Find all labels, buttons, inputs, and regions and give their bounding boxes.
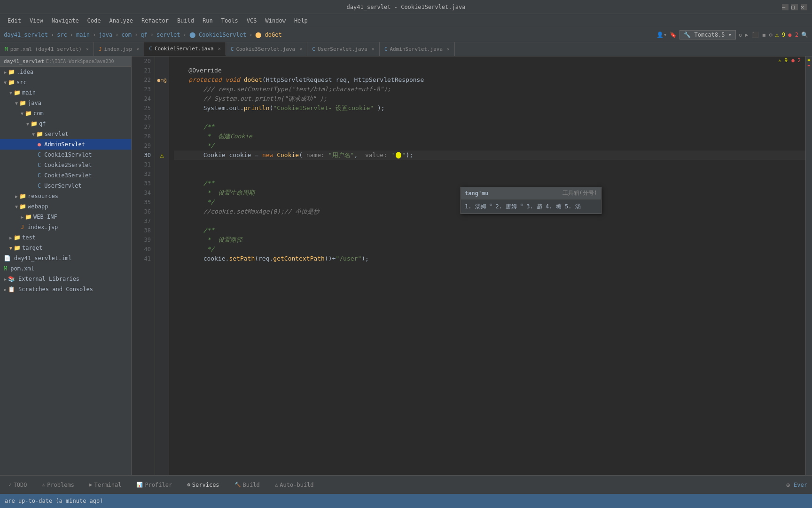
tab-index-jsp[interactable]: J index.jsp ×	[94, 42, 144, 56]
bottom-tab-autobuild[interactable]: △ Auto-build	[271, 480, 318, 490]
close-tab-pom[interactable]: ×	[86, 47, 89, 52]
tree-target[interactable]: ▼ 📁 target	[0, 243, 131, 253]
terminal-label: Terminal	[94, 482, 122, 488]
tab-adminservlet[interactable]: C AdminServlet.java ×	[380, 42, 455, 56]
autocomplete-suggestion-1[interactable]: 1. 汤姆	[465, 203, 486, 210]
expand-icon[interactable]: ⊕	[786, 481, 790, 489]
menu-analyze[interactable]: Analyze	[106, 16, 137, 26]
menu-view[interactable]: View	[26, 16, 47, 26]
nav-java[interactable]: java	[99, 32, 112, 38]
close-tab-index[interactable]: ×	[136, 47, 139, 52]
tree-webapp[interactable]: ▼ 📁 webapp	[0, 201, 131, 212]
warning-marker: ⚠	[155, 151, 169, 160]
editor-container[interactable]: 20 21 22 23 24 25 26 27 28 29 30 31 32 3…	[132, 56, 812, 475]
tree-scratches[interactable]: ▶ 📋 Scratches and Consoles	[0, 284, 131, 294]
nav-method[interactable]: ⬤ doGet	[255, 32, 281, 38]
project-path: E:\IDEA-WorkSpaceJava230	[46, 59, 114, 64]
tab-cookie1servlet[interactable]: C Cookie1Servlet.java ×	[144, 42, 226, 56]
tree-adminservlet[interactable]: ● AdminServlet	[0, 139, 131, 150]
bottom-tab-terminal[interactable]: ▶ Terminal	[86, 480, 125, 490]
menu-vcs[interactable]: VCS	[243, 16, 261, 26]
menu-navigate[interactable]: Navigate	[48, 16, 83, 26]
superscript-2: ⊙	[521, 202, 523, 207]
reload-icon[interactable]: ↻	[739, 32, 742, 38]
user-icon[interactable]: 👤▾	[656, 32, 667, 38]
bottom-tab-services[interactable]: ⚙ Services	[183, 480, 223, 490]
profiler-label: Profiler	[145, 482, 172, 488]
bottom-tab-profiler[interactable]: 📊 Profiler	[133, 480, 176, 490]
close-tab-admin[interactable]: ×	[447, 47, 450, 52]
tab-userservlet[interactable]: C UserServlet.java ×	[307, 42, 380, 56]
code-line-37	[174, 216, 807, 226]
menu-run[interactable]: Run	[199, 16, 217, 26]
build-icon: 🔨	[234, 482, 241, 488]
tree-cookie2servlet[interactable]: C Cookie2Servlet	[0, 160, 131, 170]
tree-day41-iml[interactable]: 📄 day41_servlet.iml	[0, 253, 131, 263]
tree-qf[interactable]: ▼ 📁 qf	[0, 119, 131, 129]
problems-icon: ⚠	[42, 482, 46, 488]
code-line-30: Cookie cookie = new Cookie( name: "用户名",…	[174, 151, 807, 160]
tab-cookie3servlet[interactable]: C Cookie3Servlet.java ×	[226, 42, 308, 56]
code-line-41: cookie.setPath(req.getContextPath()+"/us…	[174, 254, 807, 263]
sidebar: day41_servlet E:\IDEA-WorkSpaceJava230 ▶…	[0, 56, 132, 475]
tab-pom-xml[interactable]: M pom.xml (day41_servlet) ×	[0, 42, 94, 56]
nav-src[interactable]: src	[57, 32, 67, 38]
menu-tools[interactable]: Tools	[218, 16, 242, 26]
debug-icons[interactable]: ▶ ⬛ ◼ ⚙	[745, 32, 772, 38]
menu-edit[interactable]: Edit	[4, 16, 25, 26]
tree-userservlet[interactable]: C UserServlet	[0, 181, 131, 191]
code-line-40: */	[174, 245, 807, 254]
nav-qf[interactable]: qf	[141, 32, 147, 38]
bookmark-marker: ●↑@	[155, 75, 169, 85]
pom-icon: M	[5, 46, 8, 52]
tree-external-libs[interactable]: ▶ 📚 External Libraries	[0, 274, 131, 284]
code-line-38: /**	[174, 226, 807, 235]
tree-com[interactable]: ▼ 📁 com	[0, 108, 131, 119]
autocomplete-popup[interactable]: tang'mu 工具箱(分号) 1. 汤姆 ⊙ 2. 唐姆 ⊙ 3. 趙 4. …	[461, 187, 601, 214]
tree-idea[interactable]: ▶ 📁 .idea	[0, 67, 131, 77]
nav-com[interactable]: com	[121, 32, 132, 38]
tree-resources[interactable]: ▶ 📁 resources	[0, 191, 131, 201]
tree-test[interactable]: ▶ 📁 test	[0, 232, 131, 243]
gutter: ●↑@ ⚠	[155, 56, 169, 475]
autocomplete-suggestion-4[interactable]: 4. 糖	[546, 203, 562, 210]
autocomplete-suggestion-5[interactable]: 5. 汤	[565, 203, 581, 210]
java-icon2: C	[231, 46, 234, 52]
menu-build[interactable]: Build	[173, 16, 198, 26]
tree-cookie3servlet[interactable]: C Cookie3Servlet	[0, 170, 131, 181]
editor-warning-count: ⚠ 9	[778, 57, 788, 64]
minimize-button[interactable]: —	[782, 4, 789, 10]
nav-main[interactable]: main	[76, 32, 90, 38]
nav-project[interactable]: day41_servlet	[4, 32, 48, 38]
bottom-tab-build[interactable]: 🔨 Build	[231, 480, 264, 490]
bottom-tab-problems[interactable]: ⚠ Problems	[39, 480, 78, 490]
maximize-button[interactable]: □	[791, 4, 798, 10]
nav-class[interactable]: ⬤ Cookie1Servlet	[189, 32, 246, 38]
tree-cookie1servlet[interactable]: C Cookie1Servlet	[0, 150, 131, 160]
tree-servlet-folder[interactable]: ▼ 📁 servlet	[0, 129, 131, 139]
menu-window[interactable]: Window	[262, 16, 289, 26]
tree-java[interactable]: ▼ 📁 java	[0, 98, 131, 108]
menu-code[interactable]: Code	[84, 16, 105, 26]
code-area[interactable]: @Override protected void doGet(HttpServl…	[169, 56, 812, 475]
menu-help[interactable]: Help	[290, 16, 312, 26]
tree-src[interactable]: ▼ 📁 src	[0, 77, 131, 87]
close-button[interactable]: ✕	[801, 4, 807, 10]
tree-main[interactable]: ▼ 📁 main	[0, 87, 131, 98]
window-controls[interactable]: — □ ✕	[782, 4, 807, 10]
menu-refactor[interactable]: Refactor	[138, 16, 172, 26]
close-tab-cookie3[interactable]: ×	[299, 47, 302, 52]
bookmark-icon[interactable]: 🔖	[670, 32, 677, 38]
close-tab-user[interactable]: ×	[372, 47, 375, 52]
bottom-tab-todo[interactable]: ✓ TODO	[5, 480, 31, 490]
search-icon[interactable]: 🔍	[801, 32, 808, 38]
server-selector[interactable]: 🔧 Tomcat8.5 ▾	[679, 30, 736, 40]
tree-pom-xml[interactable]: M pom.xml	[0, 263, 131, 274]
tree-index-jsp[interactable]: J index.jsp	[0, 222, 131, 232]
autocomplete-suggestion-3[interactable]: 3. 趙	[526, 203, 542, 210]
autocomplete-suggestion-2[interactable]: 2. 唐姆	[496, 203, 517, 210]
bottom-bar: ✓ TODO ⚠ Problems ▶ Terminal 📊 Profiler …	[0, 475, 812, 494]
close-tab-cookie1[interactable]: ×	[218, 46, 221, 51]
tree-webinf[interactable]: ▶ 📁 WEB-INF	[0, 212, 131, 222]
nav-servlet[interactable]: servlet	[156, 32, 180, 38]
